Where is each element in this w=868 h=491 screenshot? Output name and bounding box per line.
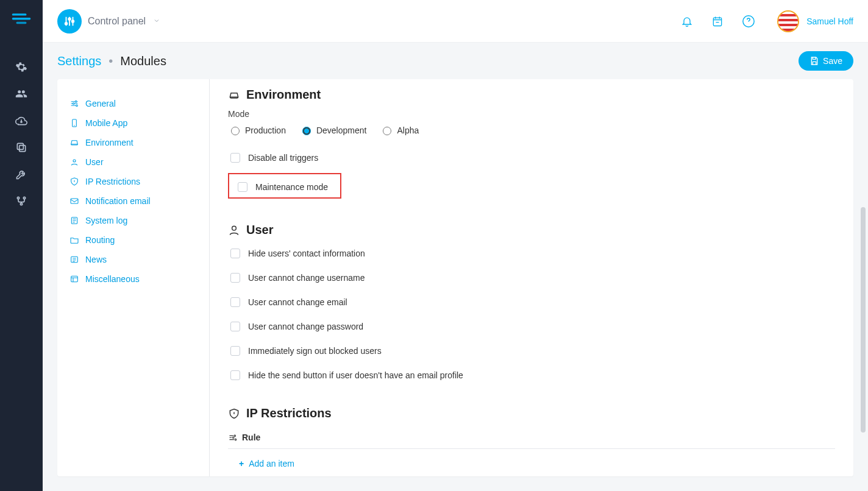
rail-item-users[interactable] (0, 80, 43, 107)
check-maintenance-mode-input[interactable] (238, 182, 247, 192)
notifications-icon[interactable] (681, 15, 693, 27)
save-button-label: Save (823, 56, 842, 66)
check-hide-send-label: Hide the send button if user doesn't hav… (248, 370, 463, 380)
check-signout-blocked[interactable]: Immediately sign out blocked users (228, 344, 835, 358)
save-icon (809, 56, 819, 66)
nav-environment[interactable]: Environment (63, 133, 203, 152)
check-no-change-password[interactable]: User cannot change password (228, 320, 835, 333)
check-no-change-password-input[interactable] (230, 322, 240, 331)
app-logo[interactable] (10, 6, 33, 29)
topbar: Control panel (43, 0, 868, 43)
radio-alpha[interactable]: Alpha (380, 125, 419, 135)
nav-ip-restrictions[interactable]: IP Restrictions (63, 172, 203, 191)
page-scrollbar[interactable] (859, 43, 867, 491)
rail-item-copy[interactable] (0, 134, 43, 161)
svg-rect-18 (71, 276, 78, 281)
chevron-down-icon (153, 16, 160, 26)
nav-system-log[interactable]: System log (63, 211, 203, 230)
settings-body: Environment Mode Production Development (210, 79, 853, 476)
shield-alert-icon (228, 408, 240, 420)
section-user-header: User (228, 223, 835, 237)
app-switcher-label: Control panel (88, 16, 146, 27)
check-no-change-username[interactable]: User cannot change username (228, 271, 835, 284)
ip-add-item[interactable]: + Add an item (228, 456, 835, 471)
user-menu[interactable]: Samuel Hoff (777, 10, 853, 32)
nav-label: News (85, 255, 107, 264)
disk-icon (228, 89, 240, 101)
left-rail (0, 0, 43, 491)
nav-label: General (85, 99, 116, 108)
check-maintenance-mode-label: Maintenance mode (255, 182, 328, 192)
ip-add-item-label: Add an item (249, 459, 294, 468)
breadcrumb: Settings • Modules (57, 54, 166, 68)
news-icon (69, 255, 79, 264)
radio-production[interactable]: Production (228, 125, 286, 135)
breadcrumb-root[interactable]: Settings (57, 54, 101, 68)
section-environment-title: Environment (246, 88, 321, 102)
check-no-change-username-input[interactable] (230, 273, 240, 283)
check-hide-send[interactable]: Hide the send button if user doesn't hav… (228, 369, 835, 382)
calendar-icon[interactable] (711, 15, 724, 27)
sliders-icon (69, 99, 79, 108)
nav-news[interactable]: News (63, 250, 203, 269)
nav-label: Notification email (85, 196, 151, 206)
radio-alpha-label: Alpha (397, 125, 419, 135)
scrollbar-thumb[interactable] (861, 207, 866, 433)
avatar (777, 10, 799, 32)
radio-production-input[interactable] (231, 127, 240, 135)
radio-development-input[interactable] (302, 127, 311, 135)
nav-mobile-app[interactable]: Mobile App (63, 113, 203, 133)
sliders-icon (57, 9, 82, 34)
breadcrumb-bar: Settings • Modules Save (43, 43, 868, 79)
svg-point-14 (73, 160, 76, 162)
save-button[interactable]: Save (799, 51, 853, 71)
breadcrumb-separator: • (108, 54, 113, 68)
ip-rule-label: Rule (242, 433, 260, 442)
rail-item-settings[interactable] (0, 54, 43, 80)
nav-miscellaneous[interactable]: Miscellaneous (63, 269, 203, 289)
svg-point-3 (23, 197, 25, 199)
svg-point-6 (68, 18, 71, 20)
check-no-change-email-input[interactable] (230, 297, 240, 307)
nav-notification-email[interactable]: Notification email (63, 191, 203, 211)
nav-label: Routing (85, 235, 115, 245)
check-no-change-email[interactable]: User cannot change email (228, 295, 835, 309)
user-icon (69, 157, 79, 167)
nav-label: IP Restrictions (85, 177, 140, 186)
log-icon (69, 216, 79, 225)
nav-label: User (85, 157, 104, 167)
check-hide-contact-input[interactable] (230, 249, 240, 258)
nav-general[interactable]: General (63, 94, 203, 113)
rules-icon (228, 433, 237, 442)
help-icon[interactable] (742, 15, 755, 28)
check-hide-contact[interactable]: Hide users' contact information (228, 247, 835, 260)
radio-development[interactable]: Development (299, 125, 367, 135)
nav-user[interactable]: User (63, 152, 203, 172)
radio-development-label: Development (316, 125, 367, 135)
check-disable-triggers-input[interactable] (230, 153, 240, 163)
check-hide-send-input[interactable] (230, 370, 240, 380)
user-name-label: Samuel Hoff (806, 16, 853, 26)
nav-label: Environment (85, 138, 133, 147)
rail-item-branch[interactable] (0, 188, 43, 214)
check-disable-triggers[interactable]: Disable all triggers (228, 151, 835, 164)
svg-point-5 (65, 22, 68, 24)
svg-point-22 (235, 439, 237, 440)
svg-point-2 (17, 197, 19, 199)
check-signout-blocked-input[interactable] (230, 346, 240, 356)
rail-item-tools[interactable] (0, 161, 43, 188)
nav-label: Miscellaneous (85, 274, 140, 284)
rail-item-download[interactable] (0, 107, 43, 134)
radio-alpha-input[interactable] (383, 127, 391, 135)
section-ip-title: IP Restrictions (246, 406, 332, 420)
check-maintenance-mode[interactable]: Maintenance mode (235, 180, 334, 194)
settings-side-nav: General Mobile App Environment User (57, 79, 210, 476)
breadcrumb-current: Modules (120, 54, 166, 68)
check-signout-blocked-label: Immediately sign out blocked users (248, 346, 382, 356)
check-no-change-password-label: User cannot change password (248, 322, 363, 331)
svg-point-12 (76, 105, 78, 107)
mobile-icon (69, 118, 79, 128)
app-switcher[interactable]: Control panel (57, 9, 160, 34)
radio-production-label: Production (245, 125, 286, 135)
nav-routing[interactable]: Routing (63, 230, 203, 250)
